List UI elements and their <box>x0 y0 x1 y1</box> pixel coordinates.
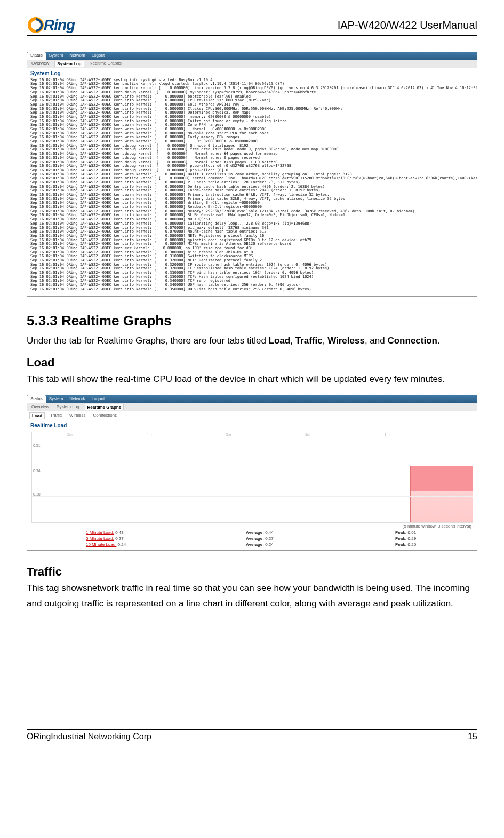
tab-load[interactable]: Load <box>29 412 45 419</box>
legend-row: 5 Minute Load: 0.27Average: 0.27Peak: 0.… <box>27 536 477 541</box>
page-footer: ORingIndustrial Networking Corp 15 <box>27 729 477 741</box>
screenshot-realtime-load: StatusSystemNetworkLogout OverviewSystem… <box>27 395 477 551</box>
tab-realtime-graphs[interactable]: Realtime Graphs <box>85 404 124 410</box>
y-gridline: 0.34 <box>32 473 473 473</box>
legend-peak-label: Peak: <box>395 542 406 547</box>
y-gridline: 0.51 <box>32 448 473 448</box>
tertiary-tabbar: LoadTrafficWirelessConnections <box>27 411 477 420</box>
primary-tabbar: StatusSystemNetworkLogout <box>27 52 477 60</box>
legend-label: 5 Minute Load: <box>86 536 114 541</box>
bold-connection: Connection <box>387 336 437 346</box>
legend-label: 15 Minute Load: <box>86 542 116 547</box>
traffic-paragraph: This tag showsnetwork traffic in real ti… <box>27 581 477 612</box>
footer-left: ORingIndustrial Networking Corp <box>27 732 151 741</box>
y-tick-label: 0.18 <box>33 492 41 496</box>
tab-system-log[interactable]: System Log <box>54 61 84 67</box>
txt: , <box>323 336 327 346</box>
system-log-body: Sep 16 02:01:04 ORing IAP-W522+-0DEC sys… <box>27 77 477 296</box>
section-intro: Under the tab for Realtime Graphs, there… <box>27 333 477 349</box>
x-tick-label: 1m <box>385 433 390 436</box>
primary-tabbar: StatusSystemNetworkLogout <box>27 395 477 403</box>
tab-wireless[interactable]: Wireless <box>67 412 88 419</box>
tab-connections[interactable]: Connections <box>91 412 119 419</box>
x-tick-label: 2m <box>305 433 310 436</box>
tab-logout[interactable]: Logout <box>89 52 108 60</box>
logo: Ring <box>27 16 75 34</box>
tab-realtime-graphs[interactable]: Realtime Graphs <box>87 61 124 67</box>
bold-wireless: Wireless <box>327 336 365 346</box>
y-tick-label: 0.51 <box>33 444 41 448</box>
legend: 1 Minute Load: 0.43Average: 0.44Peak: 0.… <box>27 530 477 547</box>
tab-system[interactable]: System <box>46 395 67 403</box>
load-heading: Load <box>27 356 477 370</box>
txt: , <box>290 336 295 346</box>
legend-avg-label: Average: <box>246 542 264 547</box>
tab-overview[interactable]: Overview <box>29 61 51 67</box>
x-tick-label: 4m <box>147 433 152 436</box>
screenshot-system-log: StatusSystemNetworkLogout OverviewSystem… <box>27 52 477 297</box>
x-tick-label: 5m <box>67 433 73 436</box>
logo-text: Ring <box>44 17 75 34</box>
tab-network[interactable]: Network <box>66 395 88 403</box>
doc-title: IAP-W420/W422 UserManual <box>338 16 477 31</box>
bold-traffic: Traffic <box>295 336 323 346</box>
tab-overview[interactable]: Overview <box>29 404 51 410</box>
x-tick-label: 3m <box>226 433 231 436</box>
tab-status[interactable]: Status <box>27 52 46 60</box>
tab-logout[interactable]: Logout <box>89 395 108 403</box>
legend-row: 15 Minute Load: 0.24Average: 0.24Peak: 0… <box>27 541 477 547</box>
y-gridline: 0.18 <box>32 496 473 497</box>
tab-system-log[interactable]: System Log <box>54 404 81 410</box>
traffic-heading: Traffic <box>27 565 477 579</box>
oring-logo-icon <box>27 16 45 34</box>
page-header: Ring IAP-W420/W422 UserManual <box>27 16 477 36</box>
y-tick-label: 0.34 <box>33 469 41 473</box>
legend-row: 1 Minute Load: 0.43Average: 0.44Peak: 0.… <box>27 530 477 536</box>
tab-network[interactable]: Network <box>66 52 88 60</box>
panel-title: System Log <box>27 68 477 77</box>
load-paragraph: This tab will show the real-time CPU loa… <box>27 372 477 387</box>
secondary-tabbar: OverviewSystem LogRealtime Graphs <box>27 403 477 411</box>
legend-avg-label: Average: <box>246 530 264 535</box>
txt: , and <box>365 336 388 346</box>
legend-peak-label: Peak: <box>395 536 406 541</box>
bold-load: Load <box>269 336 291 346</box>
load-chart: 0.180.340.515m4m3m2m1m <box>31 432 473 523</box>
txt: . <box>437 336 440 346</box>
legend-avg-label: Average: <box>246 536 264 541</box>
chart-fill-series <box>410 466 473 522</box>
secondary-tabbar: OverviewSystem LogRealtime Graphs <box>27 60 477 68</box>
footer-page-number: 15 <box>468 732 477 741</box>
tab-system[interactable]: System <box>46 52 67 60</box>
chart-window-note: (5 minute window, 3 second interval) <box>27 523 477 530</box>
tab-status[interactable]: Status <box>27 395 46 403</box>
legend-peak-label: Peak: <box>395 530 406 535</box>
txt: Under the tab for Realtime Graphs, there… <box>27 336 269 346</box>
section-heading: 5.3.3 Realtime Graphs <box>27 313 477 329</box>
panel-title: Realtime Load <box>27 420 477 429</box>
tab-traffic[interactable]: Traffic <box>48 412 64 419</box>
legend-label: 1 Minute Load: <box>86 530 114 535</box>
